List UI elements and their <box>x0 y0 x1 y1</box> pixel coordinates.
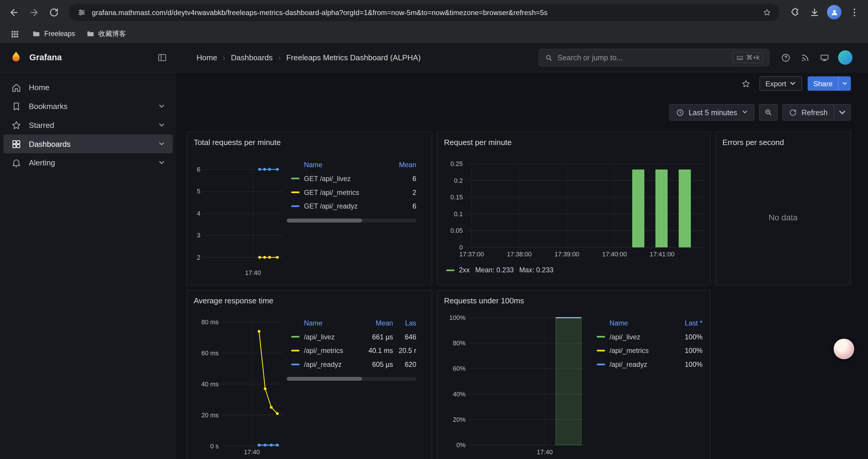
menu-kebab-icon[interactable] <box>845 3 864 22</box>
table-row[interactable]: /api/_readyz100% <box>592 357 703 371</box>
table-scrollbar[interactable] <box>287 377 416 381</box>
table-row[interactable]: GET /api/_readyz6 <box>287 199 416 213</box>
home-icon <box>11 82 22 93</box>
column-header[interactable]: Last * <box>669 319 702 327</box>
reload-button[interactable] <box>44 3 63 22</box>
series-swatch <box>597 350 605 352</box>
scrollbar-thumb[interactable] <box>287 377 362 381</box>
table-row[interactable]: /api/_readyz605 µs620 <box>287 357 416 371</box>
refresh-button[interactable]: Refresh <box>783 104 834 120</box>
series-swatch <box>291 350 300 352</box>
column-header[interactable]: Name <box>592 319 669 327</box>
bookmark-icon <box>11 101 22 112</box>
timeseries-chart: 80 ms60 ms40 ms20 ms0 s17:40 <box>191 313 290 459</box>
rss-icon[interactable] <box>800 52 810 63</box>
breadcrumb-home[interactable]: Home <box>196 53 217 62</box>
share-button[interactable]: Share <box>808 76 851 91</box>
extensions-icon[interactable] <box>785 3 804 22</box>
sidebar-item-starred[interactable]: Starred <box>3 116 173 135</box>
sidebar-item-label: Alerting <box>29 158 55 167</box>
folder-icon <box>32 30 40 38</box>
grafana-logo[interactable] <box>9 51 23 65</box>
share-dropdown-button[interactable] <box>838 76 851 91</box>
bookmark-freeleaps[interactable]: Freeleaps <box>28 28 80 40</box>
url-bar[interactable]: grafana.mathmast.com/d/deytv4rwavabkb/fr… <box>68 4 779 21</box>
chevron-down-icon <box>789 80 796 87</box>
site-settings-icon[interactable] <box>75 6 88 18</box>
table-row[interactable]: /api/_metrics40.1 ms20.5 r <box>287 344 416 358</box>
help-icon[interactable] <box>780 52 791 63</box>
search-input[interactable]: Search or jump to... ⌘+k <box>538 49 769 66</box>
series-swatch <box>291 205 300 207</box>
zoom-out-button[interactable] <box>759 104 778 121</box>
table-cell: 646 <box>393 333 416 340</box>
apps-grid-icon[interactable] <box>6 26 22 41</box>
table-row[interactable]: /api/_metrics100% <box>592 344 703 358</box>
panel-title[interactable]: Errors per second <box>716 132 850 147</box>
column-header[interactable]: Mean <box>359 319 393 327</box>
favorite-star-icon[interactable] <box>738 76 754 91</box>
time-range-picker[interactable]: Last 5 minutes <box>669 104 754 121</box>
breadcrumb-separator: › <box>223 53 225 62</box>
downloads-icon[interactable] <box>805 3 824 22</box>
dashboard-body: Last 5 minutes Refresh <box>176 95 868 459</box>
browser-toolbar: grafana.mathmast.com/d/deytv4rwavabkb/fr… <box>0 0 868 24</box>
star-icon <box>11 120 22 131</box>
sidebar-item-home[interactable]: Home <box>3 78 173 97</box>
column-header[interactable]: Mean <box>383 161 416 168</box>
column-header[interactable]: Las <box>393 319 416 327</box>
chevron-down-icon <box>742 108 748 117</box>
profile-avatar[interactable] <box>827 5 841 20</box>
assistant-avatar[interactable] <box>834 339 854 359</box>
breadcrumb: Home › Dashboards › Freeleaps Metrics Da… <box>196 53 538 62</box>
refresh-interval-dropdown[interactable] <box>834 104 850 120</box>
sidebar-item-dashboards[interactable]: Dashboards <box>3 134 173 153</box>
bookmark-blog[interactable]: 收藏博客 <box>82 28 131 40</box>
series <box>632 169 691 248</box>
clock-icon <box>676 108 684 117</box>
series <box>556 318 581 445</box>
bar-chart: 100%80%60%40%20%0%17:40 <box>440 313 601 459</box>
export-button[interactable]: Export <box>759 76 802 91</box>
sidebar-item-bookmarks[interactable]: Bookmarks <box>3 97 173 116</box>
url-text: grafana.mathmast.com/d/deytv4rwavabkb/fr… <box>92 8 756 16</box>
monitor-icon[interactable] <box>819 52 830 63</box>
panel-title[interactable]: Requests under 100ms <box>437 291 710 305</box>
sidebar-collapse-icon[interactable] <box>157 53 167 63</box>
dashboards-grid-icon <box>11 138 22 149</box>
column-header[interactable]: Name <box>287 161 383 168</box>
no-data-message: No data <box>716 213 850 222</box>
panel-title[interactable]: Request per minute <box>437 132 710 147</box>
table-header-row: NameMean <box>287 158 416 172</box>
table-row[interactable]: GET /api/_livez6 <box>287 172 416 186</box>
forward-button[interactable] <box>24 3 43 22</box>
bookmark-star-icon[interactable] <box>761 6 773 18</box>
table-header-row: NameMeanLas <box>287 316 416 330</box>
panel-title[interactable]: Total requests per minute <box>187 132 432 147</box>
legend-swatch <box>446 269 454 271</box>
sidebar-item-label: Home <box>29 83 49 92</box>
svg-text:17:40:00: 17:40:00 <box>602 251 627 258</box>
table-scrollbar[interactable] <box>287 219 416 222</box>
scrollbar-thumb[interactable] <box>287 219 362 222</box>
series-swatch <box>291 191 300 193</box>
svg-text:0.2: 0.2 <box>454 177 463 184</box>
table-row[interactable]: /api/_livez661 µs646 <box>287 330 416 344</box>
panel-title[interactable]: Average response time <box>187 291 432 305</box>
series-swatch <box>597 336 605 338</box>
table-row[interactable]: GET /api/_metrics2 <box>287 186 416 199</box>
back-button[interactable] <box>4 3 23 22</box>
svg-text:60%: 60% <box>453 365 466 372</box>
sidebar-item-alerting[interactable]: Alerting <box>3 153 173 172</box>
zoom-out-icon <box>764 108 773 117</box>
user-avatar[interactable] <box>838 51 852 65</box>
panel-table: NameMeanLas/api/_livez661 µs646/api/_met… <box>287 316 425 381</box>
series <box>258 168 279 259</box>
table-row[interactable]: /api/_livez100% <box>592 330 703 344</box>
share-label[interactable]: Share <box>808 76 838 91</box>
bar-chart: 0.250.20.150.10.05017:37:0017:38:0017:39… <box>437 132 711 286</box>
column-header[interactable]: Name <box>287 319 359 327</box>
chevron-down-icon <box>158 103 165 109</box>
breadcrumb-dashboards[interactable]: Dashboards <box>231 53 272 62</box>
legend-series-name[interactable]: 2xx <box>459 266 469 274</box>
